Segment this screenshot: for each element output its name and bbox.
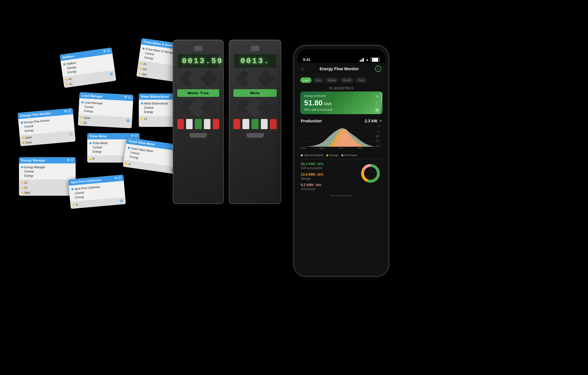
gear-icon-em[interactable]: ⚙ — [67, 158, 69, 162]
svg-text:kW: kW — [376, 135, 377, 138]
fvm-port-s: S — [125, 161, 131, 167]
sp-add-icon[interactable]: ⊕ — [119, 198, 123, 204]
tab-day[interactable]: Day — [313, 77, 324, 83]
em-port-l2: L2 — [21, 186, 30, 190]
meter-left-diamonds2 — [177, 100, 219, 114]
banner-bar — [381, 91, 382, 114]
banner-label: Energy produced — [304, 94, 378, 97]
nav-title: Energy Flow Monitor — [303, 67, 375, 71]
efm-port-ppwr: Ppwr — [22, 140, 33, 145]
legend-storage: Storage — [326, 154, 338, 157]
donut-chart — [359, 162, 382, 185]
stat-ge-pct: 18% — [315, 183, 321, 187]
info-icon-pm[interactable]: ⓘ — [135, 134, 137, 138]
lm-add-icon[interactable]: ⊕ — [126, 118, 130, 127]
svg-text:00:00: 00:00 — [301, 147, 306, 149]
pm-port-p: P — [90, 156, 95, 162]
pms-port-slvi: SlvI — [139, 72, 147, 77]
banner-unit: kWh — [324, 102, 332, 106]
din-meter-right: 0013. Mete — [229, 40, 281, 204]
info-icon-em[interactable]: ⓘ — [71, 158, 73, 162]
meter-left-label: Meter Tree — [177, 89, 219, 97]
svg-text:12:00: 12:00 — [338, 147, 343, 149]
energy-flow-monitor-card: Energy Flow Monitor ⚙ ⓘ Energy Flow Moni… — [18, 108, 76, 146]
legend-self-consumption: Self consumption — [301, 154, 323, 157]
pm-title: Pulse Meter — [90, 135, 107, 138]
donut-svg — [359, 162, 382, 185]
meter-left-wires — [177, 119, 219, 129]
meter-right-top-connector — [251, 46, 259, 51]
production-chart: 15 11 7.50 3.75 0.00 00:00 06: — [300, 124, 382, 150]
gear-icon-lm[interactable]: ⚙ — [124, 95, 127, 99]
wallbox-title: Wallbox — [62, 54, 74, 59]
stat-grid-export: 9.2 kWh 18% Grid Export — [301, 183, 359, 191]
energy-manager-card: Energy Manager ⚙ ⓘ Energy Manager Centra… — [19, 157, 76, 196]
em-field3: Energy — [21, 174, 73, 178]
solar-icon: ☀ — [375, 93, 380, 100]
wallbox-port-vc: Vc — [66, 82, 73, 87]
gear-icon-efm[interactable]: ⚙ — [64, 110, 67, 114]
expand-icon[interactable]: ↗ — [379, 119, 382, 123]
mb-port-l1: L1 — [141, 117, 147, 121]
banner-icons: ☀ ⌂ ▣ — [375, 93, 380, 112]
load-manager-card: Load Manager ⚙ ⓘ Load Manager Central En… — [78, 92, 133, 128]
tab-month[interactable]: Month — [340, 77, 354, 83]
em-field2: Central — [21, 169, 73, 174]
stat-sc-pct: 56% — [317, 162, 323, 166]
house-icon: ⌂ — [375, 101, 380, 106]
svg-text:15: 15 — [378, 125, 380, 127]
gear-icon-sp[interactable]: ⚙ — [115, 176, 118, 181]
meter-right-display: 0013. — [233, 54, 277, 68]
meter-right-wires — [233, 119, 277, 129]
signal-icon — [360, 58, 364, 62]
din-meter-left: 0013.59 Meter Tree — [173, 40, 224, 204]
lm-body: Load Manager Central Energy — [78, 98, 133, 117]
phone-nav-bar: ‹ Energy Flow Monitor + — [297, 63, 385, 75]
info-icon-sp[interactable]: ⓘ — [118, 176, 122, 180]
info-icon-efm[interactable]: ⓘ — [68, 109, 71, 114]
battery-fill-icon: ▣ — [375, 107, 380, 112]
add-button[interactable]: + — [375, 66, 381, 72]
wallbox-port-ac: Ac — [65, 76, 72, 82]
mb-title: Meter Bidirectional — [141, 95, 169, 98]
wallbox-add-icon[interactable]: ⊕ — [109, 71, 114, 80]
legend-self-label: Self consumption — [304, 154, 323, 157]
stat-st-pct: 26% — [317, 173, 323, 176]
spot-price-card: Spot Price Optimizer ⚙ ⓘ Spot Price Opti… — [68, 175, 126, 209]
phone-device: 9:41 ▲ ███ ‹ Energy Flow Monitor + — [293, 45, 389, 277]
stat-st-value: 13.4 kWh — [301, 172, 316, 176]
banner-kwh: 51.80 — [304, 99, 323, 107]
battery-icon: ███ — [371, 57, 380, 62]
svg-text:06:00: 06:00 — [319, 147, 324, 149]
lm-port-s1: S1 — [80, 120, 90, 125]
lm-title: Load Manager — [82, 94, 103, 98]
meter-right-diamonds2 — [233, 100, 277, 114]
stat-sc-label: Self consumption — [301, 167, 359, 170]
tab-year[interactable]: Year — [355, 77, 367, 83]
efm-minus-icon[interactable]: ⊖ — [69, 131, 73, 141]
banner-sub: 56% self-consumed! — [304, 108, 378, 111]
svg-text:11: 11 — [378, 130, 380, 132]
legend-grid-export: Grid Export — [341, 154, 357, 157]
info-icon-lm[interactable]: ⓘ — [128, 96, 131, 100]
gear-icon-pm[interactable]: ⚙ — [131, 134, 133, 138]
em-port-next: Next — [21, 191, 30, 195]
meter-right-label: Mete — [233, 89, 277, 97]
meter-left-display: 0013.59 — [177, 54, 219, 68]
phone-chart: 15 11 7.50 3.75 0.00 00:00 06: — [297, 124, 385, 153]
meter-left-diamonds — [177, 72, 219, 86]
phone-time: 9:41 — [303, 57, 310, 62]
em-field1: Energy Manager — [21, 165, 73, 169]
wallbox-card: Wallbox ⚙ ⓘ Wallbox Garage Energy Ac Vc … — [60, 48, 116, 88]
meter-right-diamonds — [233, 72, 277, 86]
info-icon[interactable]: ⓘ — [107, 49, 110, 53]
em-body: Energy Manager Central Energy — [19, 163, 76, 180]
phone-tabs: Live Day Week Month Year — [297, 75, 385, 85]
legend-storage-label: Storage — [329, 154, 338, 157]
back-button[interactable]: ‹ — [301, 65, 303, 73]
tab-week[interactable]: Week — [325, 77, 339, 83]
tab-live[interactable]: Live — [300, 77, 312, 83]
phone-date: 01.10.2022 05:15 — [297, 85, 385, 91]
lm-port-gpwr: Gpwr — [80, 115, 91, 120]
gear-icon[interactable]: ⚙ — [103, 50, 106, 54]
